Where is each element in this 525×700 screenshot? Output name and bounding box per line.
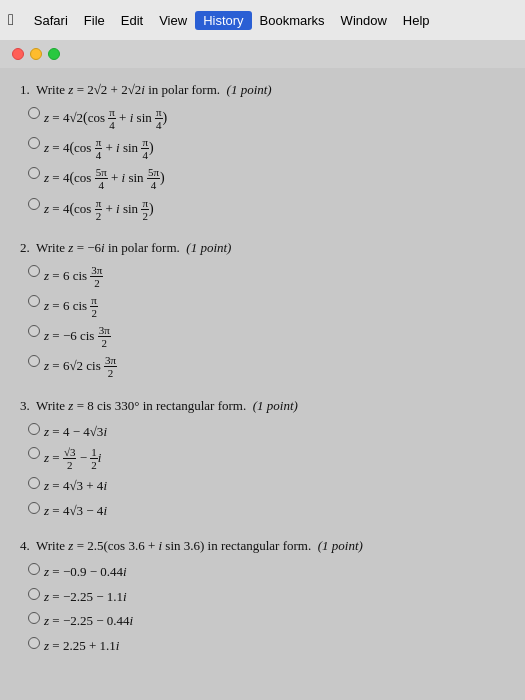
list-item[interactable]: z = 6 cis 3π2 bbox=[28, 264, 505, 289]
option-text: z = 6√2 cis 3π2 bbox=[44, 354, 117, 379]
radio-button[interactable] bbox=[28, 198, 40, 210]
menu-help[interactable]: Help bbox=[395, 11, 438, 30]
menu-safari[interactable]: Safari bbox=[26, 11, 76, 30]
radio-button[interactable] bbox=[28, 563, 40, 575]
maximize-button[interactable] bbox=[48, 48, 60, 60]
list-item[interactable]: z = −6 cis 3π2 bbox=[28, 324, 505, 349]
menu-view[interactable]: View bbox=[151, 11, 195, 30]
radio-button[interactable] bbox=[28, 637, 40, 649]
list-item[interactable]: z = −2.25 − 0.44i bbox=[28, 611, 505, 631]
question-1-options: z = 4√2(cos π4 + i sin π4) z = 4(cos π4 … bbox=[28, 106, 505, 222]
option-text: z = −2.25 − 1.1i bbox=[44, 587, 127, 607]
radio-button[interactable] bbox=[28, 295, 40, 307]
radio-button[interactable] bbox=[28, 325, 40, 337]
question-4-options: z = −0.9 − 0.44i z = −2.25 − 1.1i z = −2… bbox=[28, 562, 505, 655]
list-item[interactable]: z = 4 − 4√3i bbox=[28, 422, 505, 442]
list-item[interactable]: z = 4√2(cos π4 + i sin π4) bbox=[28, 106, 505, 131]
question-1-title: 1. Write z = 2√2 + 2√2i in polar form. (… bbox=[20, 82, 505, 98]
option-text: z = 4(cos π4 + i sin π4) bbox=[44, 136, 154, 161]
radio-button[interactable] bbox=[28, 588, 40, 600]
content-area: 1. Write z = 2√2 + 2√2i in polar form. (… bbox=[0, 68, 525, 700]
list-item[interactable]: z = 4√3 + 4i bbox=[28, 476, 505, 496]
list-item[interactable]: z = 4(cos π2 + i sin π2) bbox=[28, 197, 505, 222]
radio-button[interactable] bbox=[28, 137, 40, 149]
question-3-title: 3. Write z = 8 cis 330° in rectangular f… bbox=[20, 398, 505, 414]
option-text: z = 4√3 − 4i bbox=[44, 501, 107, 521]
option-text: z = 4(cos 5π4 + i sin 5π4) bbox=[44, 166, 165, 191]
option-text: z = 2.25 + 1.1i bbox=[44, 636, 119, 656]
list-item[interactable]: z = −2.25 − 1.1i bbox=[28, 587, 505, 607]
menu-history[interactable]: History bbox=[195, 11, 251, 30]
option-text: z = −0.9 − 0.44i bbox=[44, 562, 127, 582]
option-text: z = −6 cis 3π2 bbox=[44, 324, 111, 349]
menu-edit[interactable]: Edit bbox=[113, 11, 151, 30]
question-2: 2. Write z = −6i in polar form. (1 point… bbox=[20, 240, 505, 380]
list-item[interactable]: z = 4(cos 5π4 + i sin 5π4) bbox=[28, 166, 505, 191]
question-3-options: z = 4 − 4√3i z = √32 − 12i z = 4√3 + 4i … bbox=[28, 422, 505, 521]
list-item[interactable]: z = 6 cis π2 bbox=[28, 294, 505, 319]
radio-button[interactable] bbox=[28, 167, 40, 179]
menubar:  Safari File Edit View History Bookmark… bbox=[0, 0, 525, 40]
radio-button[interactable] bbox=[28, 355, 40, 367]
list-item[interactable]: z = √32 − 12i bbox=[28, 446, 505, 471]
list-item[interactable]: z = −0.9 − 0.44i bbox=[28, 562, 505, 582]
option-text: z = 4 − 4√3i bbox=[44, 422, 107, 442]
list-item[interactable]: z = 4√3 − 4i bbox=[28, 501, 505, 521]
question-4-title: 4. Write z = 2.5(cos 3.6 + i sin 3.6) in… bbox=[20, 538, 505, 554]
traffic-lights-bar bbox=[0, 40, 525, 68]
radio-button[interactable] bbox=[28, 107, 40, 119]
menu-window[interactable]: Window bbox=[333, 11, 395, 30]
option-text: z = √32 − 12i bbox=[44, 446, 101, 471]
radio-button[interactable] bbox=[28, 502, 40, 514]
list-item[interactable]: z = 6√2 cis 3π2 bbox=[28, 354, 505, 379]
option-text: z = 4√2(cos π4 + i sin π4) bbox=[44, 106, 167, 131]
option-text: z = 6 cis 3π2 bbox=[44, 264, 103, 289]
menu-bookmarks[interactable]: Bookmarks bbox=[252, 11, 333, 30]
radio-button[interactable] bbox=[28, 477, 40, 489]
radio-button[interactable] bbox=[28, 447, 40, 459]
close-button[interactable] bbox=[12, 48, 24, 60]
option-text: z = 4(cos π2 + i sin π2) bbox=[44, 197, 154, 222]
question-1: 1. Write z = 2√2 + 2√2i in polar form. (… bbox=[20, 82, 505, 222]
menu-file[interactable]: File bbox=[76, 11, 113, 30]
question-2-options: z = 6 cis 3π2 z = 6 cis π2 z = −6 cis 3π… bbox=[28, 264, 505, 380]
question-4: 4. Write z = 2.5(cos 3.6 + i sin 3.6) in… bbox=[20, 538, 505, 655]
radio-button[interactable] bbox=[28, 265, 40, 277]
option-text: z = 6 cis π2 bbox=[44, 294, 98, 319]
apple-icon:  bbox=[8, 11, 14, 29]
list-item[interactable]: z = 2.25 + 1.1i bbox=[28, 636, 505, 656]
question-2-title: 2. Write z = −6i in polar form. (1 point… bbox=[20, 240, 505, 256]
list-item[interactable]: z = 4(cos π4 + i sin π4) bbox=[28, 136, 505, 161]
minimize-button[interactable] bbox=[30, 48, 42, 60]
option-text: z = 4√3 + 4i bbox=[44, 476, 107, 496]
question-3: 3. Write z = 8 cis 330° in rectangular f… bbox=[20, 398, 505, 521]
radio-button[interactable] bbox=[28, 612, 40, 624]
radio-button[interactable] bbox=[28, 423, 40, 435]
option-text: z = −2.25 − 0.44i bbox=[44, 611, 133, 631]
